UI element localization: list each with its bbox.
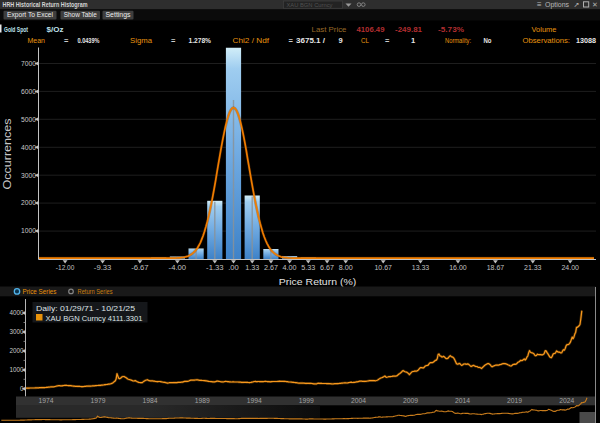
svg-text:5000: 5000	[21, 116, 36, 123]
svg-text:$/Oz: $/Oz	[47, 25, 64, 34]
svg-text:XAU BGN Curncy 4111.3301: XAU BGN Curncy 4111.3301	[46, 314, 143, 323]
svg-text:Price Return (%): Price Return (%)	[279, 277, 357, 287]
svg-text:2009: 2009	[403, 397, 418, 404]
svg-text:0.0439%: 0.0439%	[78, 36, 100, 45]
svg-text:Normality:: Normality:	[445, 36, 471, 45]
svg-text:2019: 2019	[507, 397, 522, 404]
svg-text:No: No	[484, 36, 492, 45]
svg-text:-9.33: -9.33	[94, 264, 112, 271]
svg-text:=: =	[289, 36, 294, 45]
svg-text:1989: 1989	[195, 397, 210, 404]
svg-text:Chi2 / Ndf: Chi2 / Ndf	[233, 36, 270, 45]
svg-text:2000: 2000	[21, 199, 36, 206]
svg-text:10.67: 10.67	[374, 264, 392, 271]
svg-text:✕: ✕	[592, 1, 598, 8]
svg-text:13088: 13088	[576, 36, 596, 45]
svg-text:1.33: 1.33	[245, 264, 259, 271]
svg-text:16.00: 16.00	[449, 264, 467, 271]
svg-text:=: =	[64, 36, 69, 45]
svg-text:CL: CL	[361, 36, 369, 45]
svg-text:4000: 4000	[21, 144, 36, 151]
svg-text:4106.49: 4106.49	[357, 25, 385, 34]
svg-text:1979: 1979	[91, 397, 106, 404]
svg-text:-249.81: -249.81	[395, 25, 422, 34]
svg-text:7000: 7000	[21, 60, 36, 67]
svg-text:6.67: 6.67	[320, 264, 334, 271]
svg-text:≡: ≡	[537, 0, 542, 9]
svg-text:.00: .00	[228, 264, 239, 271]
svg-text:1: 1	[411, 36, 415, 45]
svg-text:Last Price: Last Price	[312, 25, 347, 34]
svg-text:1000: 1000	[21, 227, 36, 234]
svg-text:1994: 1994	[247, 397, 262, 404]
svg-text:8.00: 8.00	[339, 264, 353, 271]
svg-text:XAU BGN Curncy: XAU BGN Curncy	[287, 2, 333, 8]
svg-text:Settings: Settings	[106, 11, 132, 19]
svg-text:21.33: 21.33	[524, 264, 542, 271]
svg-text:3000: 3000	[10, 328, 24, 335]
svg-text:6000: 6000	[21, 88, 36, 95]
svg-text:Daily: 01/29/71 - 10/21/25: Daily: 01/29/71 - 10/21/25	[36, 304, 135, 313]
svg-text:2004: 2004	[351, 397, 366, 404]
svg-text:-4.00: -4.00	[169, 264, 187, 271]
svg-text:Observations:: Observations:	[523, 36, 571, 45]
svg-text:1000: 1000	[10, 366, 24, 373]
svg-text:1999: 1999	[299, 397, 314, 404]
svg-text:Volume: Volume	[532, 25, 557, 34]
svg-text:Gold Spot: Gold Spot	[4, 25, 28, 34]
svg-text:1.278%: 1.278%	[189, 36, 212, 45]
svg-text:HRH Historical Return Histogra: HRH Historical Return Histogram	[3, 0, 88, 9]
svg-text:13.33: 13.33	[412, 264, 430, 271]
svg-text:-6.67: -6.67	[131, 264, 149, 271]
svg-text:=: =	[385, 36, 390, 45]
svg-text:Mean: Mean	[28, 36, 46, 45]
svg-text:Sigma: Sigma	[130, 36, 153, 45]
svg-text:Show Table: Show Table	[64, 11, 97, 18]
svg-text:5.33: 5.33	[301, 264, 315, 271]
svg-text:4.00: 4.00	[283, 264, 297, 271]
svg-text:2.67: 2.67	[264, 264, 278, 271]
svg-text:-12.00: -12.00	[56, 264, 75, 271]
svg-text:18.67: 18.67	[487, 264, 505, 271]
svg-text:3675.1 /: 3675.1 /	[296, 36, 326, 45]
svg-text:Price Series: Price Series	[23, 287, 57, 296]
svg-text:Options: Options	[545, 0, 569, 9]
svg-text:-5.73%: -5.73%	[438, 25, 464, 34]
svg-text:Return Series: Return Series	[78, 287, 113, 296]
svg-text:-1.33: -1.33	[206, 264, 224, 271]
svg-text:24.00: 24.00	[561, 264, 579, 271]
svg-text:2014: 2014	[455, 397, 470, 404]
svg-text:9: 9	[339, 36, 343, 45]
svg-text:4000: 4000	[10, 309, 24, 316]
svg-text:3000: 3000	[21, 172, 36, 179]
svg-text:Occurrences: Occurrences	[2, 119, 13, 190]
svg-text:↗: ↗	[574, 1, 580, 8]
svg-text:2000: 2000	[10, 347, 24, 354]
svg-text:1974: 1974	[39, 397, 54, 404]
svg-text:1984: 1984	[143, 397, 158, 404]
svg-text:2024: 2024	[559, 397, 574, 404]
svg-text:Export To Excel: Export To Excel	[7, 11, 54, 19]
svg-text:=: =	[171, 36, 176, 45]
